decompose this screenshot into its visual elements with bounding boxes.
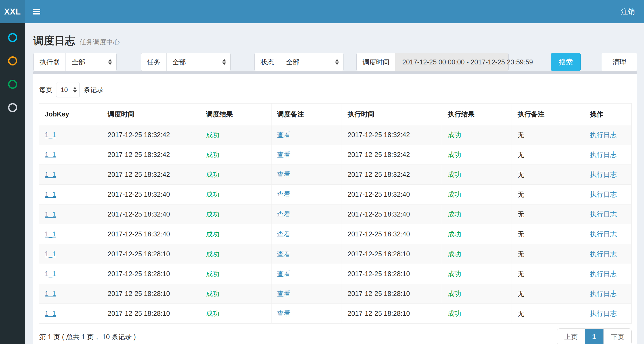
handle-result-cell: 成功 [448,210,461,218]
select-stepper-icon [335,59,339,65]
execution-log-link[interactable]: 执行日志 [590,250,617,258]
jobkey-link[interactable]: 1_1 [45,290,56,297]
column-header-2: 调度时间 [102,104,200,125]
execution-log-link[interactable]: 执行日志 [590,191,617,198]
trigger-time-cell: 2017-12-25 18:28:10 [108,270,170,277]
handle-result-cell: 成功 [448,310,461,317]
execution-log-link[interactable]: 执行日志 [590,131,617,138]
app-logo[interactable]: XXL [0,0,25,23]
handle-result-cell: 成功 [448,250,461,258]
handle-time-cell: 2017-12-25 18:28:10 [348,290,410,297]
handle-time-cell: 2017-12-25 18:32:40 [348,191,410,198]
jobkey-link[interactable]: 1_1 [45,131,56,138]
job-select-value: 全部 [172,58,186,67]
select-stepper-icon [108,59,112,65]
content-header: 调度日志 任务调度中心 [33,23,637,52]
current-page-button[interactable]: 1 [585,329,603,344]
clear-button[interactable]: 清理 [602,53,637,71]
page-size-select[interactable]: 10 [56,82,80,97]
execution-log-link[interactable]: 执行日志 [590,310,617,317]
trigger-result-cell: 成功 [206,131,219,138]
executor-select[interactable]: 全部 [66,53,117,71]
trigger-msg-link[interactable]: 查看 [277,230,291,238]
trigger-msg-link[interactable]: 查看 [277,270,291,277]
sidebar-menu-item-2[interactable] [0,49,25,72]
sidebar-menu-item-1[interactable] [0,26,25,49]
page-size-prefix: 每页 [39,85,52,94]
jobkey-link[interactable]: 1_1 [45,230,56,238]
jobkey-link[interactable]: 1_1 [45,151,56,158]
sidebar-menu-item-4[interactable] [0,96,25,119]
trigger-time-range-input[interactable]: 2017-12-25 00:00:00 - 2017-12-25 23:59:5… [395,53,509,71]
column-header-3: 调度结果 [200,104,272,125]
trigger-msg-link[interactable]: 查看 [277,131,291,138]
trigger-msg-link[interactable]: 查看 [277,191,291,198]
circle-icon [8,80,17,89]
hamburger-icon [33,9,40,10]
top-navbar: XXL 注销 [0,0,644,23]
execution-log-link[interactable]: 执行日志 [590,270,617,277]
execution-log-link[interactable]: 执行日志 [590,230,617,238]
trigger-time-cell: 2017-12-25 18:32:40 [108,210,170,218]
status-filter-group: 状态 全部 [254,53,343,71]
page-size-row: 每页 10 条记录 [39,82,632,97]
column-header-4: 调度备注 [271,104,342,125]
table-row: 1_12017-12-25 18:28:10成功查看2017-12-25 18:… [39,244,632,264]
trigger-msg-link[interactable]: 查看 [277,210,291,218]
search-button[interactable]: 搜索 [551,53,581,71]
handle-result-cell: 成功 [448,230,461,238]
handle-msg-cell: 无 [518,230,524,238]
pagination-control: 上页 1 下页 [557,328,632,344]
page-size-value: 10 [61,86,68,94]
job-filter-label: 任务 [141,53,166,71]
trigger-msg-link[interactable]: 查看 [277,151,291,158]
execution-log-link[interactable]: 执行日志 [590,210,617,218]
trigger-result-cell: 成功 [206,310,219,317]
handle-result-cell: 成功 [448,151,461,158]
jobkey-link[interactable]: 1_1 [45,310,56,317]
jobkey-link[interactable]: 1_1 [45,270,56,277]
handle-result-cell: 成功 [448,171,461,178]
job-select[interactable]: 全部 [166,53,231,71]
status-filter-label: 状态 [254,53,280,71]
handle-time-cell: 2017-12-25 18:32:42 [348,171,410,178]
trigger-result-cell: 成功 [206,210,219,218]
job-filter-group: 任务 全部 [141,53,231,71]
executor-select-value: 全部 [72,58,85,67]
trigger-result-cell: 成功 [206,270,219,277]
prev-page-button[interactable]: 上页 [557,329,585,344]
status-select[interactable]: 全部 [280,53,343,71]
trigger-msg-link[interactable]: 查看 [277,250,291,258]
trigger-time-cell: 2017-12-25 18:32:40 [108,191,170,198]
status-select-value: 全部 [286,58,299,67]
filter-toolbar: 执行器 全部 任务 全部 状态 全部 [33,53,637,71]
handle-msg-cell: 无 [518,210,524,218]
navbar-right: 注销 [618,0,644,23]
log-panel: 每页 10 条记录 JobKey调度时间调度结果调度备注执行时间执行结果执行备注… [33,74,637,344]
execution-log-link[interactable]: 执行日志 [590,290,617,297]
next-page-button[interactable]: 下页 [603,329,631,344]
table-header-row: JobKey调度时间调度结果调度备注执行时间执行结果执行备注操作 [39,104,632,125]
sidebar-toggle-button[interactable] [25,0,48,23]
jobkey-link[interactable]: 1_1 [45,171,56,178]
column-header-5: 执行时间 [342,104,442,125]
trigger-result-cell: 成功 [206,230,219,238]
sidebar-menu-item-3[interactable] [0,72,25,96]
handle-time-cell: 2017-12-25 18:28:10 [348,270,410,277]
execution-log-link[interactable]: 执行日志 [590,151,617,158]
jobkey-link[interactable]: 1_1 [45,191,56,198]
logout-link[interactable]: 注销 [618,7,638,16]
main-content: 调度日志 任务调度中心 执行器 全部 任务 全部 [25,23,644,344]
jobkey-link[interactable]: 1_1 [45,250,56,258]
execution-log-link[interactable]: 执行日志 [590,171,617,178]
handle-result-cell: 成功 [448,270,461,277]
jobkey-link[interactable]: 1_1 [45,210,56,218]
trigger-time-cell: 2017-12-25 18:32:42 [108,171,170,178]
trigger-msg-link[interactable]: 查看 [277,171,291,178]
table-row: 1_12017-12-25 18:32:40成功查看2017-12-25 18:… [39,204,632,224]
table-row: 1_12017-12-25 18:32:42成功查看2017-12-25 18:… [39,165,632,185]
column-header-1: JobKey [39,104,102,125]
trigger-msg-link[interactable]: 查看 [277,290,291,297]
trigger-msg-link[interactable]: 查看 [277,310,291,317]
handle-msg-cell: 无 [518,171,524,178]
